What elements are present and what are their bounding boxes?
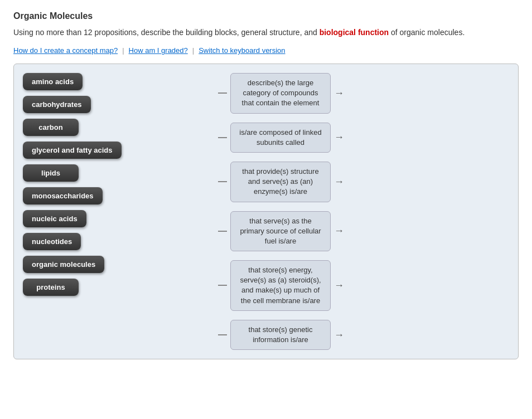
right-predicates-panel: describe(s) the large category of compou… [212,73,509,350]
arrow-1: → [334,87,344,99]
predicate-row-3: that provide(s) structure and serve(s) a… [218,162,509,202]
page-title: Organic Molecules [13,11,519,21]
help-links: How do I create a concept map? | How am … [13,46,519,55]
arrow-2: → [334,131,344,143]
node-nucleic-acids[interactable]: nucleic acids [23,210,86,227]
node-amino-acids[interactable]: amino acids [23,73,83,90]
node-glycerol-fatty-acids[interactable]: glycerol and fatty acids [23,142,122,159]
predicate-4[interactable]: that serve(s) as the primary source of c… [230,211,331,252]
left-nodes-panel: amino acids carbohydrates carbon glycero… [23,73,212,350]
predicate-5[interactable]: that store(s) energy, serve(s) as (a) st… [230,260,331,311]
switch-keyboard-link[interactable]: Switch to keyboard version [199,46,285,55]
node-carbon[interactable]: carbon [23,119,79,136]
node-lipids[interactable]: lipids [23,164,79,182]
how-create-link[interactable]: How do I create a concept map? [13,46,118,55]
description-text-2: of organic molecules. [389,28,465,37]
predicate-row-6: that store(s) genetic information is/are… [218,320,509,350]
description-text-1: Using no more than 12 propositions, desc… [13,28,320,37]
line-3 [218,181,227,182]
arrow-5: → [334,280,344,291]
node-carbohydrates[interactable]: carbohydrates [23,96,91,113]
predicate-row-1: describe(s) the large category of compou… [218,73,509,114]
arrow-4: → [334,225,344,237]
predicate-2[interactable]: is/are composed of linked subunits calle… [230,123,331,153]
arrow-6: → [334,329,344,341]
predicate-row-5: that store(s) energy, serve(s) as (a) st… [218,260,509,311]
arrow-3: → [334,176,344,188]
line-6 [218,334,227,335]
predicate-row-2: is/are composed of linked subunits calle… [218,123,509,153]
description: Using no more than 12 propositions, desc… [13,27,493,38]
node-nucleotides[interactable]: nucleotides [23,233,81,250]
line-5 [218,285,227,286]
separator-1: | [122,46,124,55]
predicate-row-4: that serve(s) as the primary source of c… [218,211,509,252]
how-graded-link[interactable]: How am I graded? [129,46,188,55]
description-highlight: biological function [320,28,389,37]
line-4 [218,231,227,232]
separator-2: | [192,46,194,55]
node-organic-molecules[interactable]: organic molecules [23,256,104,273]
node-monosaccharides[interactable]: monosaccharides [23,187,103,204]
line-2 [218,137,227,138]
line-1 [218,92,227,94]
predicate-3[interactable]: that provide(s) structure and serve(s) a… [230,162,331,202]
predicate-6[interactable]: that store(s) genetic information is/are [230,320,331,350]
predicate-1[interactable]: describe(s) the large category of compou… [230,73,331,114]
concept-map-area: amino acids carbohydrates carbon glycero… [13,64,519,359]
node-proteins[interactable]: proteins [23,279,79,296]
